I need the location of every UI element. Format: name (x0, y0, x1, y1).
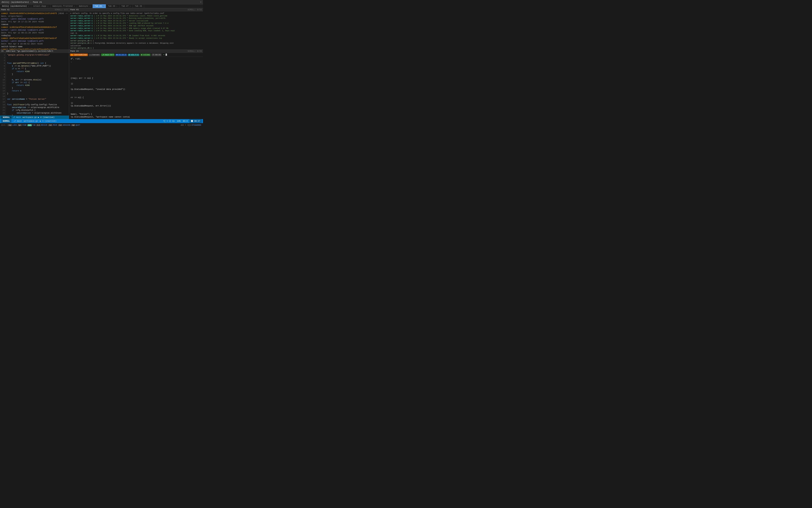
pane-3-header: Pane #3 SCROLL: 0/33 (69, 8, 203, 11)
prompt-indicator: ➜ (163, 54, 164, 56)
status-coords: ^[ < ⓘ 11 14% 93:4 (163, 120, 188, 122)
pane-4: Pane #4 SCROLL: 0/28 🍊 lanreadelowo ../s… (69, 50, 203, 119)
mode-indicator: NORMAL (1, 116, 11, 119)
window-title: Zellij (ayinkentures) - Pane #1 (2, 1, 199, 3)
pane-2-header: Pane #2 SCROLL: 0/2 (0, 8, 69, 11)
status-file: workspace.go (23, 120, 39, 122)
tab-s2last-dapp[interactable]: s2last-dapp (31, 4, 51, 8)
pane-3-label: Pane #3 (70, 9, 79, 11)
pane-left-bottom-header: 35 sdktrace "go.opentelemetry.io/otel/sd… (0, 50, 69, 53)
tab-makosync[interactable]: makosync (77, 4, 93, 8)
pane-4-scroll: SCROLL: 0/28 (188, 50, 202, 52)
pane-3: Pane #3 SCROLL: 0/33 e default config. I… (69, 8, 203, 50)
code-area-left[interactable]: 1 2 3 4 5 6 7 8 9 10 11 12 13 14 15 16 1 (0, 53, 69, 116)
tab-8[interactable]: Tab #8 (133, 4, 144, 8)
path-badge: ../server (89, 54, 100, 56)
main-content: Pane #2 SCROLL: 0/2 commit 50a684dc09507… (0, 8, 203, 119)
key-s: <s> (58, 124, 62, 126)
line-numbers: 1 2 3 4 5 6 7 8 9 10 11 12 13 14 15 16 1 (0, 53, 6, 116)
status-branch: ⎇ main (13, 120, 22, 122)
pane-2-content[interactable]: commit 50a684dc09507e13945a91e5a682ec2cd… (0, 11, 69, 50)
terminal-cursor[interactable]: ▊ (165, 54, 168, 56)
key-p: <p> (17, 124, 22, 126)
code-content-left: "google.golang.org/grpc/credentials" fun… (6, 53, 69, 116)
pane-2-label: Pane #2 (1, 9, 9, 11)
pane-left-bottom: 35 sdktrace "go.opentelemetry.io/otel/sd… (0, 50, 69, 119)
key-resize: <↔> (36, 124, 41, 126)
staggered-label: STAGGERED (191, 124, 201, 126)
pane-left-status: NORMAL ⎇ main workspace.go ▶ 4 (inactive… (0, 116, 69, 119)
pane-3-scroll: SCROLL: 0/33 (188, 9, 202, 11)
panes-top-row: Pane #2 SCROLL: 0/2 commit 50a684dc09507… (0, 8, 203, 50)
tab-5[interactable]: Tab #5 (93, 4, 106, 8)
branch-indicator: ⎇ main (13, 116, 21, 119)
version2-badge: @ v21.7.1 (128, 54, 139, 56)
tab-7[interactable]: Tab #7 (120, 4, 133, 8)
ctrl-label: Ctrl + (1, 124, 7, 126)
tab-bar: Zellij (ayinkentures) s2last-dapp makosy… (0, 4, 203, 8)
keybindings-bar: Ctrl + <q>LOCK <p>PANE <z>TAB <↔>RESIZE … (0, 123, 203, 127)
key-x: <x> (48, 124, 52, 126)
pane-4-toolbar: 🍊 lanreadelowo ../server ⎇ main $!? ■ v1… (69, 53, 203, 57)
status-left: NORMAL ⎇ main workspace.go ▶ 4 (inactive… (1, 119, 57, 123)
alt-key: Alt + <[]> (181, 124, 191, 126)
status-pane: ▶ 4 (inactive) (39, 120, 57, 122)
pane-4-content[interactable]: d", rid). . (req); err != nil { )) tp.St… (69, 57, 203, 119)
tab-makosync-frontend[interactable]: makosync-frontend (51, 4, 77, 8)
title-bar: Zellij (ayinkentures) - Pane #1 × (0, 0, 203, 4)
tab-6[interactable]: Tab #6 (106, 4, 120, 8)
pane-3-content[interactable]: e default config. In order to specify a … (69, 11, 203, 50)
pane-4-label: Pane #4 (70, 50, 79, 52)
status-mode: NORMAL (1, 119, 11, 123)
panes-bottom-row: 35 sdktrace "go.opentelemetry.io/otel/sd… (0, 50, 203, 119)
close-button[interactable]: × (200, 1, 201, 3)
pane-num-indicator: ▶ 4 (inactive) (38, 116, 54, 119)
user-badge: 🍊 lanreadelowo (70, 53, 88, 56)
key-q: <q> (8, 124, 12, 126)
pane-line-ref: 35 sdktrace "go.opentelemetry.io/otel/sd… (1, 50, 53, 52)
app-name: Zellij (ayinkentures) (0, 4, 31, 8)
pane-2: Pane #2 SCROLL: 0/2 commit 50a684dc09507… (0, 8, 69, 50)
branch-badge: ⎇ main $!? (101, 53, 115, 56)
status-right: ^[ < ⓘ 11 14% 93:4 🕐 00:37 (163, 119, 202, 123)
pane-2-scroll: SCROLL: 0/2 (55, 9, 68, 11)
key-z: <z> (28, 124, 32, 126)
pane-4-header: Pane #4 SCROLL: 0/28 (69, 50, 203, 53)
tool-badge: ◆ colima (140, 53, 151, 56)
file-indicator: workspace.go (22, 116, 37, 119)
status-time: 🕐 00:37 (189, 119, 202, 123)
time-badge: ⏱ 00:35 (151, 53, 162, 56)
version1-badge: ■ v1.22.3 (115, 54, 127, 56)
key-quit: <q> (71, 124, 76, 126)
status-bar: NORMAL ⎇ main workspace.go ▶ 4 (inactive… (0, 119, 203, 123)
